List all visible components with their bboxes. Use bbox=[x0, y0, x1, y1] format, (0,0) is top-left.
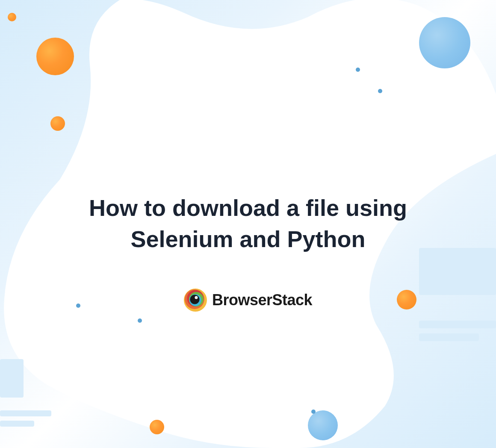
decorative-dot bbox=[311, 410, 316, 414]
browserstack-logo-text: BrowserStack bbox=[212, 291, 312, 309]
decorative-dot bbox=[356, 68, 360, 72]
browserstack-logo: BrowserStack bbox=[184, 289, 312, 312]
decorative-circle-orange bbox=[397, 290, 416, 309]
decorative-circle-blue bbox=[419, 17, 470, 68]
decorative-circle-orange bbox=[150, 420, 164, 434]
decorative-circle-orange bbox=[36, 38, 74, 75]
decorative-dot bbox=[138, 318, 142, 323]
decorative-dot bbox=[76, 304, 80, 308]
decorative-circle-orange bbox=[50, 116, 65, 131]
svg-point-6 bbox=[195, 296, 198, 299]
decorative-lines-left bbox=[0, 359, 51, 431]
browserstack-logo-icon bbox=[184, 289, 207, 312]
decorative-lines-right bbox=[419, 248, 496, 346]
decorative-dot bbox=[378, 89, 382, 93]
page-title: How to download a file using Selenium an… bbox=[56, 192, 440, 255]
decorative-circle-blue bbox=[308, 410, 338, 440]
svg-point-5 bbox=[190, 295, 199, 304]
decorative-circle-orange bbox=[8, 13, 16, 21]
